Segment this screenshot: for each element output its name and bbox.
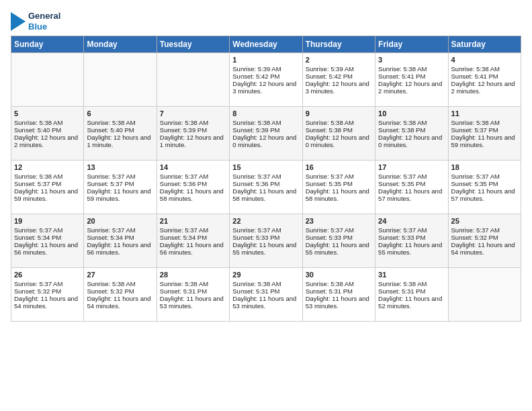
day-number: 11 xyxy=(451,109,518,118)
day-info: Sunset: 5:36 PM xyxy=(232,180,299,187)
calendar-header: SundayMondayTuesdayWednesdayThursdayFrid… xyxy=(11,36,521,53)
calendar-cell: 15Sunrise: 5:37 AMSunset: 5:36 PMDayligh… xyxy=(230,161,302,214)
day-info: Sunset: 5:42 PM xyxy=(232,73,299,80)
calendar-cell: 9Sunrise: 5:38 AMSunset: 5:38 PMDaylight… xyxy=(302,107,375,161)
calendar-cell: 11Sunrise: 5:38 AMSunset: 5:37 PMDayligh… xyxy=(448,107,521,161)
day-info: Daylight: 11 hours and 56 minutes. xyxy=(87,241,153,256)
calendar-cell: 5Sunrise: 5:38 AMSunset: 5:40 PMDaylight… xyxy=(11,107,84,161)
day-number: 3 xyxy=(378,56,445,64)
weekday-header-saturday: Saturday xyxy=(448,36,521,53)
logo-blue: Blue xyxy=(28,21,60,32)
day-info: Sunrise: 5:38 AM xyxy=(87,119,153,126)
day-info: Daylight: 11 hours and 55 minutes. xyxy=(232,241,299,256)
day-info: Sunset: 5:31 PM xyxy=(306,287,372,295)
day-info: Sunset: 5:31 PM xyxy=(160,287,226,295)
day-info: Sunset: 5:37 PM xyxy=(14,180,81,187)
day-number: 1 xyxy=(232,56,299,64)
day-info: Daylight: 12 hours and 0 minutes. xyxy=(306,134,372,148)
day-info: Sunrise: 5:37 AM xyxy=(378,226,445,234)
day-info: Sunrise: 5:38 AM xyxy=(306,280,372,287)
svg-marker-0 xyxy=(11,12,26,31)
day-number: 18 xyxy=(451,163,518,171)
day-info: Sunrise: 5:37 AM xyxy=(87,173,153,180)
week-row-1: 1Sunrise: 5:39 AMSunset: 5:42 PMDaylight… xyxy=(11,53,521,107)
day-info: Sunset: 5:32 PM xyxy=(87,287,153,295)
day-info: Sunset: 5:32 PM xyxy=(451,234,518,241)
day-info: Sunset: 5:36 PM xyxy=(160,180,226,187)
day-info: Daylight: 11 hours and 59 minutes. xyxy=(87,187,153,202)
day-info: Sunset: 5:34 PM xyxy=(87,234,153,241)
day-info: Sunrise: 5:37 AM xyxy=(87,226,153,234)
day-number: 17 xyxy=(378,163,445,171)
calendar-cell: 31Sunrise: 5:38 AMSunset: 5:31 PMDayligh… xyxy=(375,268,448,322)
calendar-cell: 7Sunrise: 5:38 AMSunset: 5:39 PMDaylight… xyxy=(157,107,229,161)
day-info: Daylight: 12 hours and 3 minutes. xyxy=(306,80,372,95)
day-info: Sunrise: 5:38 AM xyxy=(160,119,226,126)
calendar-cell: 25Sunrise: 5:37 AMSunset: 5:32 PMDayligh… xyxy=(448,214,521,268)
day-info: Sunrise: 5:38 AM xyxy=(232,119,299,126)
calendar-cell: 8Sunrise: 5:38 AMSunset: 5:39 PMDaylight… xyxy=(230,107,302,161)
day-info: Sunrise: 5:39 AM xyxy=(232,65,299,73)
day-info: Sunrise: 5:37 AM xyxy=(232,173,299,180)
calendar-cell: 2Sunrise: 5:39 AMSunset: 5:42 PMDaylight… xyxy=(302,53,375,107)
day-number: 26 xyxy=(14,271,81,279)
day-number: 13 xyxy=(87,163,153,171)
day-number: 20 xyxy=(87,217,153,225)
day-info: Sunrise: 5:37 AM xyxy=(14,226,81,234)
day-info: Sunset: 5:38 PM xyxy=(378,126,445,134)
day-info: Sunset: 5:42 PM xyxy=(306,73,372,80)
day-number: 12 xyxy=(14,163,81,171)
day-info: Sunset: 5:39 PM xyxy=(160,126,226,134)
day-info: Sunset: 5:37 PM xyxy=(451,126,518,134)
day-info: Sunrise: 5:37 AM xyxy=(378,173,445,180)
day-number: 2 xyxy=(306,56,372,64)
week-row-4: 19Sunrise: 5:37 AMSunset: 5:34 PMDayligh… xyxy=(11,214,521,268)
weekday-header-friday: Friday xyxy=(375,36,448,53)
calendar-table: SundayMondayTuesdayWednesdayThursdayFrid… xyxy=(11,36,521,322)
calendar-cell: 28Sunrise: 5:38 AMSunset: 5:31 PMDayligh… xyxy=(157,268,229,322)
logo-general: General xyxy=(28,11,60,21)
day-info: Daylight: 11 hours and 53 minutes. xyxy=(160,295,226,310)
day-info: Daylight: 11 hours and 54 minutes. xyxy=(14,295,81,310)
day-info: Sunset: 5:31 PM xyxy=(378,287,445,295)
day-info: Sunset: 5:35 PM xyxy=(306,180,372,187)
week-row-5: 26Sunrise: 5:37 AMSunset: 5:32 PMDayligh… xyxy=(11,268,521,322)
day-info: Sunrise: 5:37 AM xyxy=(160,226,226,234)
calendar-cell: 19Sunrise: 5:37 AMSunset: 5:34 PMDayligh… xyxy=(11,214,84,268)
day-info: Sunrise: 5:38 AM xyxy=(306,119,372,126)
calendar-body: 1Sunrise: 5:39 AMSunset: 5:42 PMDaylight… xyxy=(11,53,521,322)
day-info: Daylight: 11 hours and 54 minutes. xyxy=(87,295,153,310)
day-info: Daylight: 11 hours and 57 minutes. xyxy=(451,187,518,202)
day-info: Sunset: 5:39 PM xyxy=(232,126,299,134)
page-header: General Blue xyxy=(11,11,521,32)
day-info: Sunrise: 5:38 AM xyxy=(451,119,518,126)
calendar-cell xyxy=(157,53,229,107)
calendar-cell: 20Sunrise: 5:37 AMSunset: 5:34 PMDayligh… xyxy=(84,214,157,268)
day-info: Sunset: 5:33 PM xyxy=(378,234,445,241)
calendar-cell: 10Sunrise: 5:38 AMSunset: 5:38 PMDayligh… xyxy=(375,107,448,161)
day-info: Sunrise: 5:38 AM xyxy=(232,280,299,287)
day-number: 21 xyxy=(160,217,226,225)
day-info: Sunrise: 5:37 AM xyxy=(306,226,372,234)
day-info: Daylight: 11 hours and 56 minutes. xyxy=(160,241,226,256)
day-number: 14 xyxy=(160,163,226,171)
calendar-cell: 6Sunrise: 5:38 AMSunset: 5:40 PMDaylight… xyxy=(84,107,157,161)
calendar-cell: 12Sunrise: 5:38 AMSunset: 5:37 PMDayligh… xyxy=(11,161,84,214)
calendar-cell: 23Sunrise: 5:37 AMSunset: 5:33 PMDayligh… xyxy=(302,214,375,268)
day-number: 22 xyxy=(232,217,299,225)
calendar-cell: 4Sunrise: 5:38 AMSunset: 5:41 PMDaylight… xyxy=(448,53,521,107)
day-info: Daylight: 12 hours and 0 minutes. xyxy=(232,134,299,148)
day-info: Sunset: 5:31 PM xyxy=(232,287,299,295)
day-number: 8 xyxy=(232,109,299,118)
weekday-header-sunday: Sunday xyxy=(11,36,84,53)
weekday-header-row: SundayMondayTuesdayWednesdayThursdayFrid… xyxy=(11,36,521,53)
day-info: Sunset: 5:33 PM xyxy=(306,234,372,241)
day-info: Daylight: 11 hours and 58 minutes. xyxy=(232,187,299,202)
weekday-header-tuesday: Tuesday xyxy=(157,36,229,53)
day-number: 25 xyxy=(451,217,518,225)
calendar-cell: 1Sunrise: 5:39 AMSunset: 5:42 PMDaylight… xyxy=(230,53,302,107)
logo: General Blue xyxy=(11,11,60,32)
day-info: Daylight: 11 hours and 56 minutes. xyxy=(14,241,81,256)
day-info: Sunset: 5:40 PM xyxy=(14,126,81,134)
day-number: 6 xyxy=(87,109,153,118)
